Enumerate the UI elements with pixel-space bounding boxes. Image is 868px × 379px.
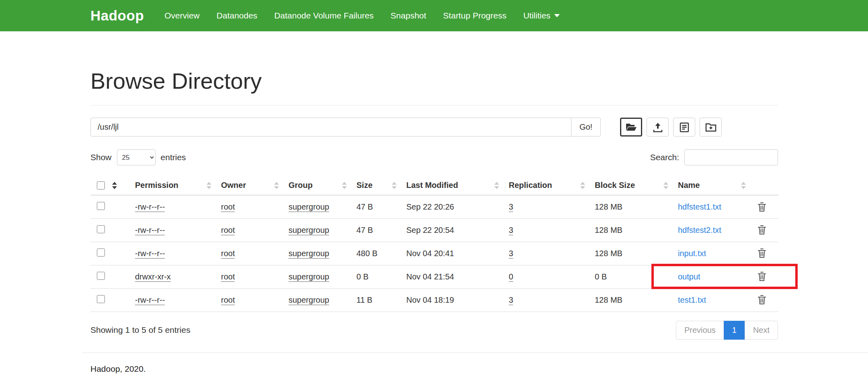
header-block-size[interactable]: Block Size <box>590 176 673 195</box>
header-last-modified[interactable]: Last Modified <box>401 176 504 195</box>
file-link[interactable]: hdfstest2.txt <box>678 226 721 234</box>
permission-cell[interactable]: -rw-r--r-- <box>135 202 165 212</box>
clipboard-button[interactable] <box>673 118 695 137</box>
permission-cell[interactable]: drwxr-xr-x <box>135 272 171 282</box>
size-cell: 47 B <box>352 218 401 242</box>
replication-cell[interactable]: 3 <box>509 249 513 259</box>
go-button[interactable]: Go! <box>571 118 601 137</box>
group-cell[interactable]: supergroup <box>289 202 329 212</box>
delete-button[interactable] <box>755 293 768 307</box>
header-actions <box>751 176 778 195</box>
table-row: -rw-r--r-- root supergroup 47 B Sep 22 2… <box>90 195 778 218</box>
row-checkbox[interactable] <box>97 272 105 280</box>
permission-cell[interactable]: -rw-r--r-- <box>135 249 165 259</box>
select-all-header[interactable] <box>90 176 130 195</box>
nav-item-datanode-volume-failures[interactable]: Datanode Volume Failures <box>266 11 382 20</box>
file-link[interactable]: test1.txt <box>678 295 706 304</box>
replication-cell[interactable]: 3 <box>509 202 513 212</box>
navbar: Hadoop Overview Datanodes Datanode Volum… <box>0 0 868 31</box>
owner-cell[interactable]: root <box>221 272 235 282</box>
delete-button[interactable] <box>755 247 768 260</box>
delete-button[interactable] <box>755 223 768 237</box>
header-owner[interactable]: Owner <box>216 176 284 195</box>
nav-item-utilities[interactable]: Utilities <box>515 11 568 20</box>
file-link[interactable]: output <box>678 272 700 281</box>
size-cell: 47 B <box>352 195 401 218</box>
group-cell[interactable]: supergroup <box>289 272 329 282</box>
row-checkbox[interactable] <box>97 249 105 257</box>
file-table: Permission Owner Group Size Last Modifie… <box>90 176 778 312</box>
replication-cell[interactable]: 3 <box>509 226 513 235</box>
show-label: Show <box>90 153 112 162</box>
permission-cell[interactable]: -rw-r--r-- <box>135 226 165 235</box>
path-input-group: Go! <box>90 118 601 137</box>
sort-icon <box>207 182 211 189</box>
blocksize-cell: 128 MB <box>590 288 673 312</box>
row-checkbox[interactable] <box>97 202 105 210</box>
footer-text: Hadoop, 2020. <box>0 364 868 374</box>
caret-down-icon <box>554 14 560 17</box>
group-cell[interactable]: supergroup <box>289 226 329 235</box>
footer-divider <box>82 353 868 353</box>
nav-item-overview[interactable]: Overview <box>156 11 208 20</box>
modified-cell: Nov 04 21:54 <box>401 265 504 288</box>
delete-button[interactable] <box>755 270 768 283</box>
group-cell[interactable]: supergroup <box>289 295 329 305</box>
blocksize-cell: 128 MB <box>590 218 673 242</box>
title-divider <box>90 105 778 106</box>
trash-icon <box>757 271 767 282</box>
new-folder-icon <box>705 122 717 132</box>
directory-path-input[interactable] <box>90 118 571 137</box>
nav-item-datanodes[interactable]: Datanodes <box>208 11 266 20</box>
group-cell[interactable]: supergroup <box>289 249 329 259</box>
upload-button[interactable] <box>647 118 669 137</box>
owner-cell[interactable]: root <box>221 202 235 212</box>
header-name[interactable]: Name <box>673 176 751 195</box>
file-link[interactable]: hdfstest1.txt <box>678 202 721 211</box>
owner-cell[interactable]: root <box>221 249 235 259</box>
pagination-page-1[interactable]: 1 <box>724 321 745 340</box>
row-checkbox[interactable] <box>97 295 105 303</box>
brand-hadoop[interactable]: Hadoop <box>90 8 144 24</box>
folder-open-button[interactable] <box>620 118 642 137</box>
replication-cell[interactable]: 0 <box>509 272 513 282</box>
sort-icon <box>663 182 668 189</box>
nav-item-utilities-label: Utilities <box>523 11 551 20</box>
sort-icon <box>342 182 347 189</box>
modified-cell: Nov 04 20:41 <box>401 242 504 265</box>
file-link[interactable]: input.txt <box>678 249 706 258</box>
nav-item-snapshot[interactable]: Snapshot <box>382 11 435 20</box>
select-all-checkbox[interactable] <box>97 181 105 190</box>
row-checkbox[interactable] <box>97 225 105 233</box>
search-input[interactable] <box>684 149 778 165</box>
header-size[interactable]: Size <box>352 176 401 195</box>
trash-icon <box>757 295 767 305</box>
blocksize-cell: 0 B <box>590 265 673 288</box>
owner-cell[interactable]: root <box>221 226 235 235</box>
pagination-next[interactable]: Next <box>745 321 778 340</box>
sort-icon <box>580 182 585 189</box>
header-group[interactable]: Group <box>284 176 352 195</box>
delete-button[interactable] <box>755 200 768 214</box>
new-folder-button[interactable] <box>700 118 722 137</box>
sort-icon <box>494 182 499 189</box>
table-header-row: Permission Owner Group Size Last Modifie… <box>90 176 778 195</box>
header-permission[interactable]: Permission <box>130 176 216 195</box>
owner-cell[interactable]: root <box>221 295 235 305</box>
table-controls: Show 25 entries Search: <box>90 149 778 165</box>
table-row: -rw-r--r-- root supergroup 480 B Nov 04 … <box>90 242 778 265</box>
sort-icon <box>274 182 279 189</box>
modified-cell: Sep 22 20:26 <box>401 195 504 218</box>
page-length-select[interactable]: 25 <box>117 149 156 165</box>
trash-icon <box>757 225 767 235</box>
folder-open-icon <box>626 122 637 132</box>
replication-cell[interactable]: 3 <box>509 295 513 305</box>
table-row-highlighted: drwxr-xr-x root supergroup 0 B Nov 04 21… <box>90 265 778 288</box>
page-title: Browse Directory <box>90 68 778 94</box>
clipboard-icon <box>680 122 689 132</box>
permission-cell[interactable]: -rw-r--r-- <box>135 295 165 305</box>
pagination-previous[interactable]: Previous <box>676 321 724 340</box>
size-cell: 0 B <box>352 265 401 288</box>
nav-item-startup-progress[interactable]: Startup Progress <box>435 11 515 20</box>
header-replication[interactable]: Replication <box>504 176 590 195</box>
